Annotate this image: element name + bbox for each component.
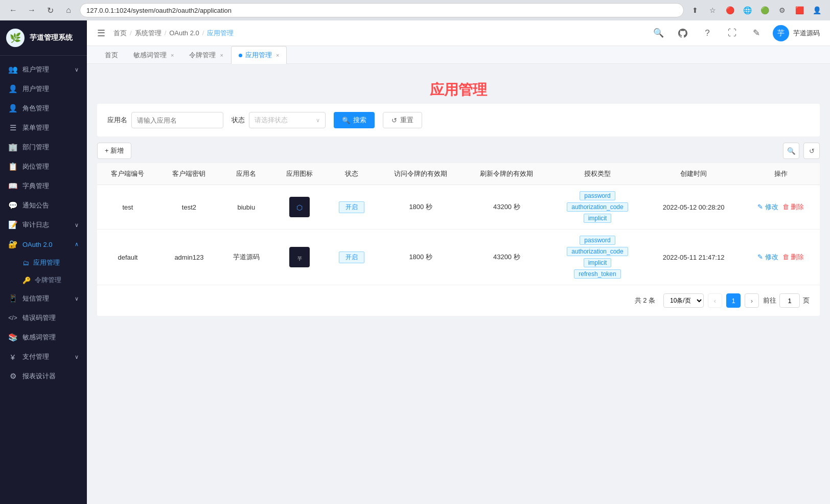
goto-input[interactable] (779, 293, 800, 308)
menu-icon: ☰ (8, 123, 17, 132)
sidebar-item-tenant[interactable]: 👥 租户管理 ∨ (0, 60, 87, 79)
payment-icon: ¥ (8, 352, 17, 361)
sidebar-label-notice: 通知公告 (22, 201, 49, 210)
avatar: 芋 (773, 25, 789, 41)
add-btn-label: + 新增 (105, 146, 124, 155)
app-name-input[interactable] (131, 112, 223, 128)
sidebar-item-role[interactable]: 👤 角色管理 (0, 99, 87, 118)
col-auth-type: 授权类型 (549, 163, 645, 185)
home-button[interactable]: ⌂ (61, 3, 76, 17)
tab-app-mgmt[interactable]: 应用管理 × (231, 46, 287, 64)
col-status: 状态 (326, 163, 378, 185)
sidebar-item-oauth[interactable]: 🔐 OAuth 2.0 ∨ (0, 235, 87, 254)
forward-button[interactable]: → (25, 3, 39, 17)
sidebar-item-payment[interactable]: ¥ 支付管理 ∨ (0, 347, 87, 366)
sidebar-item-sensitive[interactable]: 📚 敏感词管理 (0, 328, 87, 347)
sidebar-item-menu[interactable]: ☰ 菜单管理 (0, 118, 87, 138)
cell-auth-types-2: password authorization_code implicit ref… (549, 230, 645, 285)
refresh-table-button[interactable]: ↺ (803, 143, 820, 159)
cell-app-name-1: biubiu (220, 185, 273, 230)
delete-button-2[interactable]: 🗑 删除 (782, 253, 804, 262)
action-links-2: ✎ 修改 🗑 删除 (750, 253, 812, 262)
username: 芋道源码 (793, 29, 820, 38)
back-button[interactable]: ← (6, 3, 20, 17)
sidebar-item-post[interactable]: 📋 岗位管理 (0, 157, 87, 176)
sidebar-label-menu: 菜单管理 (22, 123, 49, 132)
table-search-button[interactable]: 🔍 (783, 143, 799, 159)
tenant-icon: 👥 (8, 65, 17, 74)
fullscreen-button[interactable]: ⛶ (724, 25, 740, 41)
page-1-button[interactable]: 1 (726, 293, 741, 308)
tab-active-indicator (239, 54, 242, 57)
delete-icon-2: 🗑 (782, 253, 789, 261)
breadcrumb-oauth[interactable]: OAuth 2.0 (169, 29, 199, 37)
search-button[interactable]: 🔍 搜索 (334, 112, 375, 128)
edit-button-1[interactable]: ✎ 修改 (757, 202, 778, 212)
next-page-button[interactable]: › (745, 293, 759, 308)
sidebar-sub-item-token-mgmt[interactable]: 🔑 令牌管理 (0, 271, 87, 289)
sidebar-item-report[interactable]: ⚙ 报表设计器 (0, 366, 87, 386)
cell-status-2: 开启 (326, 230, 378, 285)
app-container: 🌿 芋道管理系统 👥 租户管理 ∨ 👤 用户管理 👤 (0, 20, 830, 504)
reset-button[interactable]: ↺ 重置 (383, 112, 422, 128)
breadcrumb-system[interactable]: 系统管理 (135, 29, 162, 38)
cell-refresh-validity-2: 43200 秒 (464, 230, 549, 285)
edit-button-2[interactable]: ✎ 修改 (757, 253, 778, 262)
chevron-audit: ∨ (75, 222, 79, 228)
edit-button[interactable]: ✎ (748, 25, 765, 41)
extension-icon[interactable]: 🔴 (723, 3, 737, 17)
sidebar-item-dict[interactable]: 📖 字典管理 (0, 176, 87, 196)
hamburger-button[interactable]: ☰ (97, 28, 105, 39)
cell-access-validity-2: 1800 秒 (378, 230, 464, 285)
add-button[interactable]: + 新增 (97, 143, 131, 159)
star-icon[interactable]: ☆ (705, 3, 720, 17)
sidebar-item-notice[interactable]: 💬 通知公告 (0, 196, 87, 215)
per-page-select[interactable]: 10条/页 20条/页 50条/页 (663, 293, 704, 308)
puzzle-icon[interactable]: 🟢 (757, 3, 772, 17)
table-row: test test2 biubiu ⬡ (97, 185, 820, 230)
tab-token-close[interactable]: × (220, 52, 223, 58)
tab-token[interactable]: 令牌管理 × (181, 46, 230, 64)
tab-sensitive-label: 敏感词管理 (133, 51, 167, 60)
refresh-button[interactable]: ↻ (43, 3, 57, 17)
sidebar-item-user[interactable]: 👤 用户管理 (0, 79, 87, 99)
sidebar-item-dept[interactable]: 🏢 部门管理 (0, 138, 87, 157)
sidebar-logo: 🌿 芋道管理系统 (0, 20, 87, 56)
status-select[interactable]: 请选择状态 ∨ (249, 112, 326, 128)
settings-icon[interactable]: ⚙ (775, 3, 789, 17)
github-button[interactable] (675, 25, 691, 41)
window-icon[interactable]: 🟥 (792, 3, 806, 17)
tab-home[interactable]: 首页 (97, 46, 126, 64)
goto-label: 前往 (763, 296, 776, 305)
tab-sensitive-close[interactable]: × (171, 52, 174, 58)
auth-tag-password-2: password (580, 236, 615, 245)
share-icon[interactable]: ⬆ (688, 3, 702, 17)
cell-auth-types-1: password authorization_code implicit (549, 185, 645, 230)
user-icon: 👤 (8, 84, 17, 94)
search-button[interactable]: 🔍 (650, 25, 666, 41)
tab-sensitive[interactable]: 敏感词管理 × (126, 46, 181, 64)
page-title: 应用管理 (97, 80, 820, 100)
app-name-field: 应用名 (107, 112, 223, 128)
status-label: 状态 (232, 116, 245, 125)
prev-page-button[interactable]: ‹ (708, 293, 722, 308)
svg-text:芋: 芋 (297, 256, 302, 261)
col-client-id: 客户端编号 (97, 163, 158, 185)
tab-app-close[interactable]: × (276, 52, 279, 58)
logo-text: 芋道管理系统 (30, 33, 73, 42)
help-button[interactable]: ? (699, 25, 716, 41)
sidebar-item-sms[interactable]: 📱 短信管理 ∨ (0, 289, 87, 308)
chevron-tenant: ∨ (75, 66, 79, 73)
avatar-area[interactable]: 芋 芋道源码 (773, 25, 820, 41)
sidebar-label-dict: 字典管理 (22, 181, 49, 191)
sidebar-item-audit[interactable]: 📝 审计日志 ∨ (0, 215, 87, 235)
sidebar-sub-item-app-mgmt[interactable]: 🗂 应用管理 (0, 254, 87, 271)
address-bar[interactable]: 127.0.0.1:1024/system/oauth2/oauth2/appl… (80, 3, 684, 17)
breadcrumb-home[interactable]: 首页 (113, 29, 127, 38)
sidebar-item-error[interactable]: </> 错误码管理 (0, 308, 87, 328)
profile-icon[interactable]: 🌐 (740, 3, 754, 17)
user-icon[interactable]: 👤 (810, 3, 824, 17)
audit-icon: 📝 (8, 220, 17, 230)
search-btn-label: 搜索 (353, 116, 366, 125)
delete-button-1[interactable]: 🗑 删除 (782, 202, 804, 212)
